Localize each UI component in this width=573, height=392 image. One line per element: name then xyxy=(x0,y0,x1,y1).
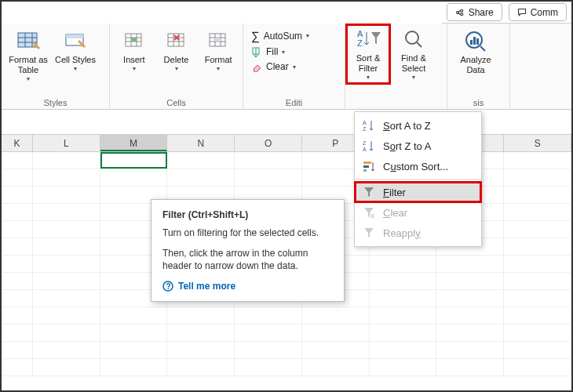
svg-rect-22 xyxy=(363,169,367,172)
reapply-icon xyxy=(363,227,375,239)
sort-za-icon: ZA xyxy=(363,140,375,152)
svg-text:Z: Z xyxy=(363,126,367,132)
share-button[interactable]: Share xyxy=(447,3,502,21)
filter-item[interactable]: Filter xyxy=(355,182,481,202)
svg-rect-13 xyxy=(470,40,473,45)
format-as-table-button[interactable]: Format as Table▾ xyxy=(6,27,50,85)
filter-icon xyxy=(363,186,375,198)
svg-rect-5 xyxy=(168,34,184,46)
autosum-button[interactable]: ∑ AutoSum ▾ xyxy=(250,28,338,43)
cell-styles-button[interactable]: Cell Styles▾ xyxy=(53,27,97,74)
col-header-K[interactable]: K xyxy=(2,135,33,151)
delete-icon xyxy=(165,29,188,53)
insert-icon xyxy=(122,29,146,53)
analyze-data-button[interactable]: Analyze Data xyxy=(452,27,499,77)
filter-tooltip: Filter (Ctrl+Shift+L) Turn on filtering … xyxy=(151,199,345,302)
svg-rect-20 xyxy=(363,162,371,164)
tooltip-p1: Turn on filtering for the selected cells… xyxy=(162,227,333,239)
custom-sort-item[interactable]: Custom Sort... xyxy=(355,156,481,176)
comment-icon xyxy=(517,8,527,17)
svg-rect-7 xyxy=(215,38,221,42)
col-header-M[interactable]: M xyxy=(100,135,168,151)
svg-text:A: A xyxy=(357,29,363,38)
sort-az-icon: AZ xyxy=(363,119,375,132)
sigma-icon: ∑ xyxy=(251,29,260,42)
col-header-S[interactable]: S xyxy=(504,135,571,151)
cell-styles-icon xyxy=(63,28,88,53)
fill-button[interactable]: Fill ▾ xyxy=(250,45,338,58)
delete-button[interactable]: Delete▾ xyxy=(157,27,196,74)
format-table-icon xyxy=(16,28,41,53)
fill-icon xyxy=(251,46,262,57)
comments-button[interactable]: Comm xyxy=(509,3,567,21)
active-cell[interactable] xyxy=(100,152,168,169)
analysis-group-label: sis xyxy=(452,97,505,108)
tell-me-more-link[interactable]: ? Tell me more xyxy=(162,281,333,292)
analyze-icon xyxy=(463,29,488,53)
custom-sort-icon xyxy=(363,160,375,172)
svg-text:A: A xyxy=(363,120,367,125)
tooltip-title: Filter (Ctrl+Shift+L) xyxy=(162,209,333,220)
styles-group-label: Styles xyxy=(6,97,104,108)
share-label: Share xyxy=(469,7,494,18)
col-header-O[interactable]: O xyxy=(235,135,302,151)
clear-filter-icon xyxy=(363,206,375,219)
sort-a-to-z-item[interactable]: AZ SSort A to Zort A to Z xyxy=(355,115,481,136)
col-header-L[interactable]: L xyxy=(33,135,100,151)
svg-rect-15 xyxy=(476,38,479,45)
clear-filter-item: Clear xyxy=(355,202,481,223)
editing-group-label: Editi xyxy=(248,97,340,108)
svg-text:Z: Z xyxy=(357,38,363,48)
tooltip-p2: Then, click the arrow in the column head… xyxy=(162,247,333,272)
svg-text:Z: Z xyxy=(363,140,367,146)
help-icon: ? xyxy=(162,281,173,292)
comments-label: Comm xyxy=(531,7,558,18)
svg-rect-2 xyxy=(66,34,83,38)
svg-text:?: ? xyxy=(166,282,171,291)
ribbon: Format as Table▾ Cell Styles▾ Styles Ins… xyxy=(2,24,571,110)
find-icon xyxy=(402,27,425,51)
svg-rect-14 xyxy=(473,37,476,45)
col-header-N[interactable]: N xyxy=(167,135,235,151)
svg-rect-21 xyxy=(363,165,369,168)
svg-rect-4 xyxy=(131,38,137,42)
eraser-icon xyxy=(251,61,262,72)
sort-filter-button[interactable]: AZ Sort & Filter▾ xyxy=(347,25,389,83)
svg-text:A: A xyxy=(363,147,367,152)
svg-point-11 xyxy=(406,31,418,44)
sort-filter-dropdown: AZ SSort A to Zort A to Z ZA Sort Z to A… xyxy=(354,111,482,247)
insert-button[interactable]: Insert▾ xyxy=(115,27,154,74)
formula-bar[interactable] xyxy=(2,110,571,135)
cells-group-label: Cells xyxy=(115,97,238,108)
format-button[interactable]: Format▾ xyxy=(199,27,238,74)
share-icon xyxy=(455,8,465,17)
find-select-button[interactable]: Find & Select▾ xyxy=(392,25,435,83)
format-icon xyxy=(206,29,230,53)
reapply-item: Reapply xyxy=(355,223,481,243)
sort-filter-icon: AZ xyxy=(356,27,381,51)
clear-button[interactable]: Clear ▾ xyxy=(250,60,338,73)
sort-z-to-a-item[interactable]: ZA Sort Z to A xyxy=(355,136,481,156)
